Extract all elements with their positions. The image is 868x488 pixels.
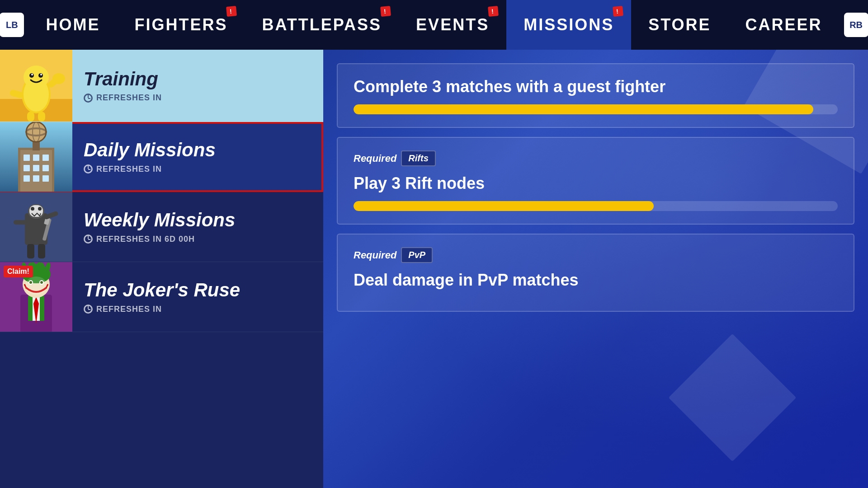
- daily-info: Daily Missions REFRESHES IN: [72, 131, 323, 183]
- svg-point-36: [38, 207, 42, 211]
- svg-rect-21: [33, 165, 39, 171]
- svg-rect-42: [38, 244, 45, 258]
- mission-list: Training REFRESHES IN: [0, 50, 323, 488]
- svg-rect-34: [29, 205, 43, 217]
- svg-point-4: [24, 66, 49, 89]
- task-2-tag-badge: Rifts: [401, 150, 435, 166]
- weekly-character-icon: [0, 192, 72, 262]
- main-content: Training REFRESHES IN: [0, 50, 868, 488]
- banana-character-icon: [0, 50, 72, 122]
- mission-details-panel: Complete 3 matches with a guest fighter …: [323, 50, 868, 488]
- svg-rect-25: [42, 175, 49, 182]
- daily-refresh: REFRESHES IN: [84, 164, 312, 174]
- weekly-thumbnail: [0, 192, 72, 262]
- joker-refresh: REFRESHES IN: [84, 305, 312, 314]
- training-info: Training REFRESHES IN: [72, 60, 323, 112]
- task-3-tags: Required PvP: [354, 247, 838, 263]
- task-3-required-label: Required: [354, 249, 396, 261]
- weekly-info: Weekly Missions REFRESHES IN 6d 00h: [72, 201, 323, 253]
- joker-thumbnail: Claim!: [0, 262, 72, 332]
- svg-point-7: [31, 74, 33, 75]
- clock-icon: [84, 94, 93, 103]
- nav-events[interactable]: EVENTS !: [399, 0, 506, 50]
- weekly-title: Weekly Missions: [84, 210, 312, 230]
- task-2-progress-bar: [354, 201, 654, 211]
- svg-rect-13: [38, 112, 45, 122]
- daily-thumbnail: [0, 122, 72, 192]
- joker-title: The Joker's Ruse: [84, 280, 312, 300]
- task-1-progress-bar-container: [354, 104, 838, 114]
- clock-icon-joker: [84, 305, 93, 314]
- nav-bar: LB HOME FIGHTERS ! BATTLEPASS ! EVENTS !…: [0, 0, 868, 50]
- svg-rect-39: [14, 220, 28, 225]
- training-refresh: REFRESHES IN: [84, 93, 312, 103]
- missions-badge: !: [613, 6, 623, 17]
- task-3-text: Deal damage in PvP matches: [354, 270, 838, 290]
- mission-card-training[interactable]: Training REFRESHES IN: [0, 50, 323, 122]
- battlepass-badge: !: [380, 6, 391, 17]
- svg-rect-18: [33, 155, 39, 161]
- daily-title: Daily Missions: [84, 140, 312, 160]
- task-1-progress-bar: [354, 104, 813, 114]
- mission-task-3: Required PvP Deal damage in PvP matches: [337, 234, 854, 311]
- svg-rect-20: [24, 165, 30, 171]
- svg-rect-17: [24, 155, 30, 161]
- svg-rect-41: [27, 244, 34, 258]
- rb-button[interactable]: RB: [844, 13, 868, 37]
- svg-rect-12: [27, 112, 34, 122]
- task-1-text: Complete 3 matches with a guest fighter: [354, 77, 838, 96]
- weekly-refresh: REFRESHES IN 6d 00h: [84, 235, 312, 244]
- mission-card-weekly[interactable]: Weekly Missions REFRESHES IN 6d 00h: [0, 192, 323, 262]
- mission-card-joker[interactable]: Claim!: [0, 262, 323, 332]
- svg-point-10: [52, 73, 65, 84]
- mission-task-1: Complete 3 matches with a guest fighter: [337, 63, 854, 128]
- task-2-tags: Required Rifts: [354, 150, 838, 166]
- clock-icon-weekly: [84, 235, 93, 244]
- bg-decoration-2: [669, 334, 797, 462]
- svg-rect-22: [42, 165, 49, 171]
- training-thumbnail: [0, 50, 72, 122]
- svg-rect-24: [33, 175, 39, 182]
- nav-battlepass[interactable]: BATTLEPASS !: [245, 0, 399, 50]
- nav-missions[interactable]: MISSIONS !: [506, 0, 631, 50]
- mission-task-2: Required Rifts Play 3 Rift nodes: [337, 137, 854, 225]
- svg-rect-19: [42, 155, 49, 161]
- nav-home[interactable]: HOME: [28, 0, 117, 50]
- lb-button[interactable]: LB: [0, 13, 24, 37]
- task-2-required-label: Required: [354, 153, 396, 164]
- task-2-text: Play 3 Rift nodes: [354, 174, 838, 193]
- joker-info: The Joker's Ruse REFRESHES IN: [72, 271, 323, 323]
- nav-career[interactable]: CAREER: [728, 0, 840, 50]
- task-2-progress-bar-container: [354, 201, 838, 211]
- nav-fighters[interactable]: FIGHTERS !: [117, 0, 245, 50]
- svg-point-54: [25, 277, 47, 295]
- claim-badge: Claim!: [4, 266, 33, 277]
- svg-point-8: [40, 74, 42, 75]
- fighters-badge: !: [226, 6, 237, 17]
- daily-planet-icon: [0, 122, 72, 192]
- events-badge: !: [488, 6, 499, 17]
- task-3-tag-badge: PvP: [401, 247, 433, 263]
- nav-store[interactable]: STORE: [631, 0, 728, 50]
- training-title: Training: [84, 69, 312, 89]
- mission-card-daily[interactable]: Daily Missions REFRESHES IN: [0, 122, 323, 192]
- clock-icon-daily: [84, 164, 93, 174]
- svg-rect-23: [24, 175, 30, 182]
- svg-point-35: [31, 207, 34, 211]
